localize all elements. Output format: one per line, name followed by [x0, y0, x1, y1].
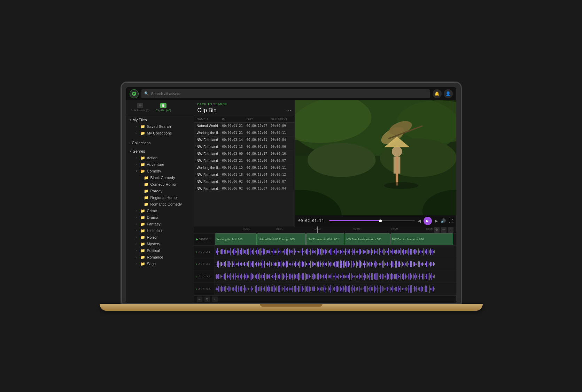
horror-chevron: ›	[136, 236, 139, 239]
fit-button[interactable]: ⊡	[204, 297, 210, 302]
clip-bin-menu-button[interactable]: ⋯	[286, 108, 291, 113]
edit-tool-button[interactable]: ✏	[441, 227, 447, 233]
clip-name-7: NW Farmlands Wide 007	[197, 173, 222, 177]
search-bar[interactable]: 🔍	[141, 89, 430, 98]
mystery-folder-icon: 📁	[140, 242, 145, 246]
audio-track-2-row: ♪ AUDIO 2	[194, 258, 456, 271]
prev-frame-button[interactable]: ◀	[418, 218, 421, 223]
sidebar-item-black-comedy[interactable]: › 📁 Black Comedy	[126, 175, 194, 181]
sidebar-item-drama[interactable]: › 📁 Drama	[126, 214, 194, 221]
main-layout: ⊞ Bulk Assets (0) 📋 Clip Bin (40) ▾ My F…	[126, 100, 456, 303]
top-bar: 🔍 🔔 👤	[126, 87, 456, 100]
zoom-in-button[interactable]: +	[212, 297, 218, 302]
political-folder-icon: 📁	[140, 248, 145, 253]
clip-row-3[interactable]: NW Farmlands Workers 003 00:00:01:13 00:…	[194, 144, 295, 151]
saved-search-chevron: ›	[136, 125, 139, 128]
clip-name-5: NW Farmlands Wide 001	[197, 159, 222, 163]
notifications-button[interactable]: 🔔	[433, 89, 442, 98]
clip-out-0: 00:00:10:07	[247, 124, 271, 128]
tab-clip-bin[interactable]: 📋 Clip Bin (40)	[154, 102, 173, 113]
sidebar-toolbar: ⊞ Bulk Assets (0) 📋 Clip Bin (40)	[126, 100, 194, 115]
user-menu-button[interactable]: 👤	[444, 89, 453, 98]
sidebar-item-fantasy[interactable]: › 📁 Fantasy	[126, 221, 194, 228]
comedy-label: Comedy	[147, 169, 161, 173]
sidebar-item-comedy-horror[interactable]: › 📁 Comedy Horror	[126, 181, 194, 188]
my-files-section[interactable]: ▾ My Files	[126, 115, 194, 123]
video-progress-bar[interactable]	[329, 220, 415, 221]
bulk-assets-label: Bulk Assets (0)	[131, 109, 149, 112]
clip-row-2[interactable]: NW Farmlands Workers 008 00:00:03:14 00:…	[194, 137, 295, 144]
video-track-icon: ▶	[196, 238, 198, 241]
sidebar-item-romantic-comedy[interactable]: › 📁 Romantic Comedy	[126, 201, 194, 208]
audio-1-content[interactable]	[215, 246, 456, 258]
timeline-clip-5[interactable]: NW Farmer Interview 026	[390, 233, 453, 246]
parody-folder-icon: 📁	[144, 189, 149, 193]
sidebar-item-regional-humor[interactable]: › 📁 Regional Humor	[126, 194, 194, 201]
clip-in-4: 00:00:03:09	[222, 152, 247, 156]
clip-bin-panel: BACK TO SEARCH Clip Bin ⋯ NAME ↑	[194, 100, 295, 226]
sidebar-item-crime[interactable]: › 📁 Crime	[126, 208, 194, 214]
col-in-header[interactable]: IN	[222, 117, 247, 121]
timeline-ruler: 00:00 01:00 02:00 03:00 04:00 05:00 🗑 ✏ …	[194, 226, 456, 233]
sidebar-item-horror[interactable]: › 📁 Horror	[126, 234, 194, 241]
audio-1-icon: ♪	[196, 250, 197, 253]
timeline-clip-1[interactable]: Working the field 010	[215, 233, 257, 246]
fullscreen-button[interactable]: ⛶	[449, 218, 453, 223]
clip-duration-8: 00:00:07	[271, 180, 292, 184]
sidebar-item-mystery[interactable]: › 📁 Mystery	[126, 241, 194, 247]
clip-row-7[interactable]: NW Farmlands Wide 007 00:00:01:18 00:00:…	[194, 171, 295, 178]
collections-section[interactable]: › Collections	[126, 138, 194, 146]
video-progress-fill	[329, 220, 381, 221]
clip-in-7: 00:00:01:18	[222, 173, 247, 177]
video-track-content[interactable]: Working the field 010 Natural World B Fo…	[215, 233, 456, 246]
timeline-clip-3[interactable]: NW Farmlands Wide 001	[306, 233, 344, 246]
sidebar-item-saved-search[interactable]: › 📁 Saved Search	[126, 123, 194, 130]
zoom-out-button[interactable]: −	[197, 297, 202, 302]
play-button[interactable]: ▶	[424, 217, 432, 225]
sidebar-item-parody[interactable]: › 📁 Parody	[126, 188, 194, 194]
tab-bulk-assets[interactable]: ⊞ Bulk Assets (0)	[129, 102, 152, 113]
back-to-search-link[interactable]: BACK TO SEARCH	[197, 102, 291, 106]
fantasy-label: Fantasy	[147, 222, 161, 226]
saga-folder-icon: 📁	[140, 262, 145, 266]
sidebar-item-historical[interactable]: › 📁 Historical	[126, 228, 194, 234]
col-name-header[interactable]: NAME ↑	[197, 117, 222, 121]
more-tool-button[interactable]: ⋮	[448, 227, 453, 233]
search-input[interactable]	[151, 92, 427, 96]
genres-section[interactable]: ▾ Genres	[126, 146, 194, 155]
folder-icon-2: 📁	[140, 131, 145, 136]
delete-tool-button[interactable]: 🗑	[434, 227, 440, 233]
clip-row-6[interactable]: Working the field B 003 00:00:01:15 00:0…	[194, 164, 295, 171]
audio-2-content[interactable]	[215, 258, 456, 270]
clip-row-5[interactable]: NW Farmlands Wide 001 00:00:05:21 00:00:…	[194, 157, 295, 164]
audio-4-content[interactable]	[215, 283, 456, 295]
saved-search-label: Saved Search	[147, 124, 171, 129]
clip-duration-4: 00:00:10	[271, 152, 292, 156]
sidebar-item-comedy[interactable]: ▾ 📂 Comedy	[126, 168, 194, 175]
bell-icon: 🔔	[434, 91, 440, 96]
next-frame-button[interactable]: ▶	[435, 218, 438, 223]
col-out-header[interactable]: OUT	[247, 117, 271, 121]
video-progress-thumb	[379, 220, 382, 222]
fantasy-folder-icon: 📁	[140, 222, 145, 226]
volume-button[interactable]: 🔊	[441, 218, 446, 223]
sidebar-item-political[interactable]: › 📁 Political	[126, 247, 194, 254]
comedy-horror-label: Comedy Horror	[150, 182, 177, 186]
political-label: Political	[147, 248, 160, 253]
clip-row-8[interactable]: NW Farmlands Interview 019 00:00:06:02 0…	[194, 178, 295, 185]
timeline-clip-4[interactable]: NW Farmlands Workers 008	[345, 233, 390, 246]
clip-row-9[interactable]: NW Farmlands Interview 003 00:00:06:02 0…	[194, 185, 295, 192]
sidebar-item-saga[interactable]: › 📁 Saga	[126, 261, 194, 267]
clip-name-4: NW Farmlands Interview 026	[197, 152, 222, 156]
clip-row-0[interactable]: Natural World B Footatage... 00:00:01:21…	[194, 123, 295, 130]
sidebar-item-my-collections[interactable]: › 📁 My Collections	[126, 130, 194, 137]
clip-row-4[interactable]: NW Farmlands Interview 026 00:00:03:09 0…	[194, 151, 295, 157]
sidebar-item-romance[interactable]: › 📁 Romance	[126, 254, 194, 261]
col-duration-header[interactable]: DURATION	[271, 117, 292, 121]
clip-name-3: NW Farmlands Workers 003	[197, 145, 222, 149]
sidebar-item-action[interactable]: › 📁 Action	[126, 155, 194, 161]
audio-3-content[interactable]	[215, 270, 456, 283]
sidebar-item-adventure[interactable]: › 📁 Adventure	[126, 161, 194, 168]
timeline-clip-2[interactable]: Natural World B Footage 089	[257, 233, 306, 246]
clip-row-1[interactable]: Working the field 010 00:00:01:21 00:00:…	[194, 130, 295, 137]
